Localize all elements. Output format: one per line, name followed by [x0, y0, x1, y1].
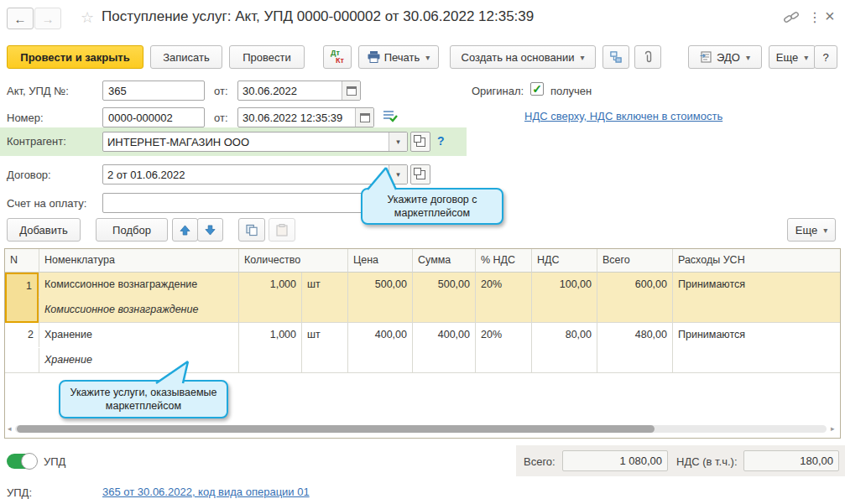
number-datetime-input[interactable]: [238, 108, 355, 127]
invoice-label: Счет на оплату:: [7, 196, 86, 211]
copy-row-button[interactable]: [238, 218, 265, 242]
contract-input[interactable]: [103, 165, 389, 184]
col-header-usn-expenses[interactable]: Расходы УСН: [672, 249, 840, 273]
forward-arrow-icon: →: [42, 12, 55, 26]
paste-row-button[interactable]: [269, 218, 295, 242]
arrow-down-blue-icon: [205, 225, 216, 236]
row2-price[interactable]: 400,00: [347, 323, 412, 373]
act-date-calendar-button[interactable]: [342, 81, 360, 100]
services-callout: Укажите услуги, оказываемые маркетплейсо…: [59, 380, 228, 418]
row1-sum[interactable]: 500,00: [412, 273, 475, 323]
vat-mode-link[interactable]: НДС сверху, НДС включен в стоимость: [524, 110, 722, 122]
row2-sum[interactable]: 400,00: [412, 323, 475, 373]
save-label: Записать: [163, 51, 210, 64]
calendar-icon: [360, 113, 370, 122]
items-more-button[interactable]: Еще: [787, 218, 836, 242]
upd-document-link[interactable]: 365 от 30.06.2022, код вида операции 01: [102, 486, 310, 498]
counterparty-field[interactable]: ▾: [102, 132, 408, 152]
original-label: Оригинал:: [472, 84, 524, 99]
move-row-down-button[interactable]: [197, 218, 223, 242]
act-date-input[interactable]: [238, 81, 342, 100]
get-link-button[interactable]: [783, 9, 800, 24]
checkmark-icon: ✓: [532, 83, 542, 95]
row2-quantity[interactable]: 1,000: [238, 323, 301, 373]
total-label: Всего:: [524, 455, 556, 470]
pick-items-button[interactable]: Подбор: [96, 218, 168, 242]
original-received-checkbox[interactable]: ✓: [530, 82, 544, 96]
save-button[interactable]: Записать: [150, 45, 222, 69]
document-window: ← → ☆ Поступление услуг: Акт, УПД 0000-0…: [0, 0, 845, 504]
col-header-nomenclature[interactable]: Номенклатура: [39, 249, 238, 273]
help-button[interactable]: ?: [814, 45, 837, 69]
row1-name[interactable]: Комиссионное вознаграждение: [39, 273, 238, 297]
number-datetime-field[interactable]: [237, 107, 374, 127]
row1-name-detail[interactable]: Комиссионное вознаграждение: [39, 298, 238, 322]
related-documents-button[interactable]: [602, 45, 629, 69]
row1-total[interactable]: 600,00: [597, 273, 672, 323]
row1-vat-rate[interactable]: 20%: [475, 273, 531, 323]
counterparty-open-button[interactable]: [410, 132, 430, 152]
col-header-n[interactable]: N: [5, 249, 39, 273]
favorite-star-icon[interactable]: ☆: [81, 8, 94, 27]
horizontal-scrollbar[interactable]: [15, 425, 827, 433]
counterparty-label: Контрагент:: [7, 134, 66, 149]
act-date-from-label: от:: [214, 84, 228, 99]
show-postings-button[interactable]: Дт Кт: [323, 45, 352, 69]
post-and-close-button[interactable]: Провести и закрыть: [7, 45, 143, 69]
edo-button[interactable]: ЭДО: [688, 45, 762, 69]
scroll-right-arrow[interactable]: ▸: [831, 424, 835, 433]
number-input[interactable]: [102, 107, 205, 127]
window-menu-button[interactable]: ⋮: [808, 9, 822, 25]
counterparty-dropdown-button[interactable]: ▾: [389, 132, 407, 151]
row2-vat-rate[interactable]: 20%: [475, 323, 531, 373]
act-number-input[interactable]: [102, 81, 205, 101]
col-header-vat[interactable]: НДС: [531, 249, 597, 273]
row1-usn[interactable]: Принимаются: [672, 273, 840, 323]
print-button[interactable]: Печать: [358, 45, 439, 69]
move-row-up-button[interactable]: [172, 218, 198, 242]
row2-number[interactable]: 2: [5, 323, 39, 373]
number-datetime-calendar-button[interactable]: [355, 108, 373, 127]
scroll-left-arrow[interactable]: ◂: [8, 424, 12, 433]
table-row[interactable]: 2 Хранение Хранение 1,000 шт 400,00 400,…: [5, 323, 840, 373]
table-row[interactable]: Комиссионное вознаграждение Комиссионное…: [5, 273, 840, 323]
col-header-sum[interactable]: Сумма: [412, 249, 475, 273]
contract-callout: Укажите договор с маркетплейсом: [361, 188, 503, 225]
upd-toggle[interactable]: [7, 454, 37, 469]
more-button[interactable]: Еще: [769, 45, 816, 69]
original-received-checkbox-label[interactable]: получен: [550, 84, 592, 99]
row1-vat[interactable]: 100,00: [531, 273, 597, 323]
contract-open-button[interactable]: [410, 164, 430, 184]
col-header-total[interactable]: Всего: [597, 249, 672, 273]
counterparty-help-link[interactable]: ?: [437, 134, 445, 148]
total-field: [562, 450, 668, 471]
create-based-on-button[interactable]: Создать на основании: [450, 45, 596, 69]
row2-usn[interactable]: Принимаются: [672, 323, 840, 373]
counterparty-input[interactable]: [103, 132, 389, 151]
col-header-price[interactable]: Цена: [347, 249, 412, 273]
row1-unit[interactable]: шт: [301, 273, 347, 323]
back-button[interactable]: ←: [7, 8, 34, 29]
close-icon[interactable]: ×: [825, 7, 835, 26]
row1-quantity[interactable]: 1,000: [238, 273, 301, 323]
scrollbar-thumb[interactable]: [17, 425, 655, 433]
attachments-button[interactable]: [634, 45, 661, 69]
row2-total[interactable]: 480,00: [597, 323, 672, 373]
post-button[interactable]: Провести: [229, 45, 305, 69]
row1-price[interactable]: 500,00: [347, 273, 412, 323]
items-more-label: Еще: [795, 224, 817, 236]
row2-name[interactable]: Хранение: [39, 323, 238, 347]
add-row-button[interactable]: Добавить: [7, 218, 81, 242]
current-cell-row-number[interactable]: 1: [5, 273, 39, 323]
row2-name-detail[interactable]: Хранение: [39, 348, 238, 372]
add-row-label: Добавить: [19, 224, 67, 236]
act-date-field[interactable]: [237, 81, 361, 101]
col-header-quantity[interactable]: Количество: [238, 249, 347, 273]
list-with-green-check-icon[interactable]: [383, 108, 398, 123]
col-header-vat-rate[interactable]: % НДС: [475, 249, 531, 273]
number-date-from-label: от:: [214, 111, 228, 126]
row2-unit[interactable]: шт: [301, 323, 347, 373]
row2-vat[interactable]: 80,00: [531, 323, 597, 373]
forward-button[interactable]: →: [34, 8, 61, 29]
paperclip-icon: [643, 50, 654, 64]
